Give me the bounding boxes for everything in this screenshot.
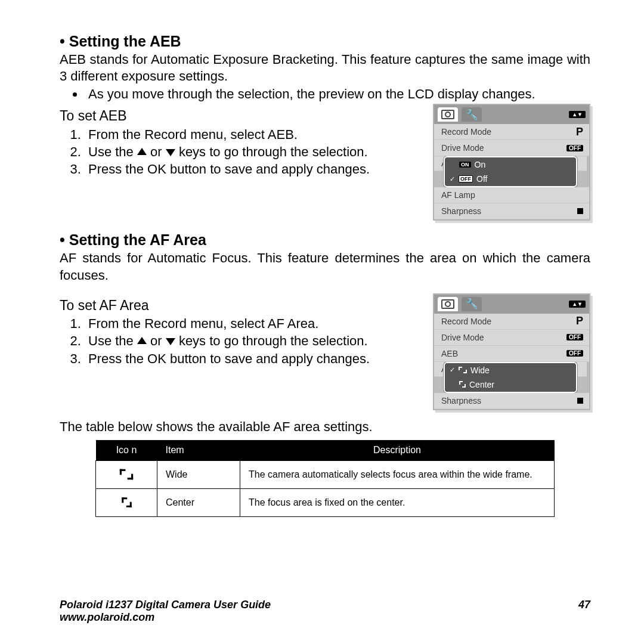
af-step-2: Use the or keys to go through the select… xyxy=(85,333,415,349)
lcd-screenshot-af: 🔧 ▲▼ Record ModeP Drive ModeOFF AEBOFF A… xyxy=(433,293,590,410)
af-wide-icon xyxy=(459,367,467,373)
th-item: Item xyxy=(157,440,240,461)
th-desc: Description xyxy=(240,440,555,461)
aeb-step-2: Use the or keys to go through the select… xyxy=(85,144,415,160)
heading-af: Setting the AF Area xyxy=(60,231,590,249)
aeb-bullet: As you move through the selection, the p… xyxy=(85,86,590,103)
check-icon: ✓ xyxy=(450,366,455,374)
sharpness-icon xyxy=(577,208,583,214)
heading-aeb: Setting the AEB xyxy=(60,33,590,50)
aeb-intro: AEB stands for Automatic Exposure Bracke… xyxy=(60,51,590,85)
th-icon: Ico n xyxy=(96,440,157,461)
table-lead: The table below shows the available AF a… xyxy=(60,419,590,435)
lcd-screenshot-aeb: 🔧 ▲▼ Record ModeP Drive ModeOFF A ON On … xyxy=(433,104,590,221)
nav-indicator-icon: ▲▼ xyxy=(569,111,586,118)
tools-tab-icon: 🔧 xyxy=(462,297,482,311)
af-intro: AF stands for Automatic Focus. This feat… xyxy=(60,250,590,283)
aeb-step-3: Press the OK button to save and apply ch… xyxy=(85,161,415,178)
manual-page: Setting the AEB AEB stands for Automatic… xyxy=(0,0,644,644)
af-settings-table: Ico n Item Description Wide The camera a… xyxy=(95,440,555,517)
nav-indicator-icon: ▲▼ xyxy=(569,301,586,308)
af-center-icon xyxy=(459,381,466,388)
af-wide-icon xyxy=(120,469,133,480)
popup-option-off: ✓ OFF Off xyxy=(445,172,576,186)
check-icon: ✓ xyxy=(450,175,455,183)
up-arrow-icon xyxy=(137,337,147,344)
down-arrow-icon xyxy=(166,149,175,156)
sharpness-icon xyxy=(577,398,583,404)
camera-tab-icon xyxy=(438,107,458,122)
af-step-3: Press the OK button to save and apply ch… xyxy=(85,351,415,367)
table-row: Wide The camera automatically selects fo… xyxy=(96,460,555,488)
aeb-step-1: From the Record menu, select AEB. xyxy=(85,126,415,143)
page-footer: Polaroid i1237 Digital Camera User Guide… xyxy=(60,599,590,624)
popup-option-center: Center xyxy=(445,377,576,392)
table-row: Center The focus area is fixed on the ce… xyxy=(96,488,555,516)
up-arrow-icon xyxy=(137,148,147,155)
tools-tab-icon: 🔧 xyxy=(462,107,482,122)
af-step-1: From the Record menu, select AF Area. xyxy=(85,315,415,332)
camera-tab-icon xyxy=(438,297,458,311)
down-arrow-icon xyxy=(166,338,175,345)
af-center-icon xyxy=(122,497,132,507)
page-number: 47 xyxy=(578,599,590,624)
aeb-subhead: To set AEB xyxy=(60,107,415,125)
popup-option-wide: ✓ Wide xyxy=(445,363,576,377)
af-subhead: To set AF Area xyxy=(60,297,415,314)
popup-option-on: ON On xyxy=(445,157,576,172)
footer-url: www.polaroid.com xyxy=(60,611,271,624)
footer-title: Polaroid i1237 Digital Camera User Guide xyxy=(60,599,271,611)
